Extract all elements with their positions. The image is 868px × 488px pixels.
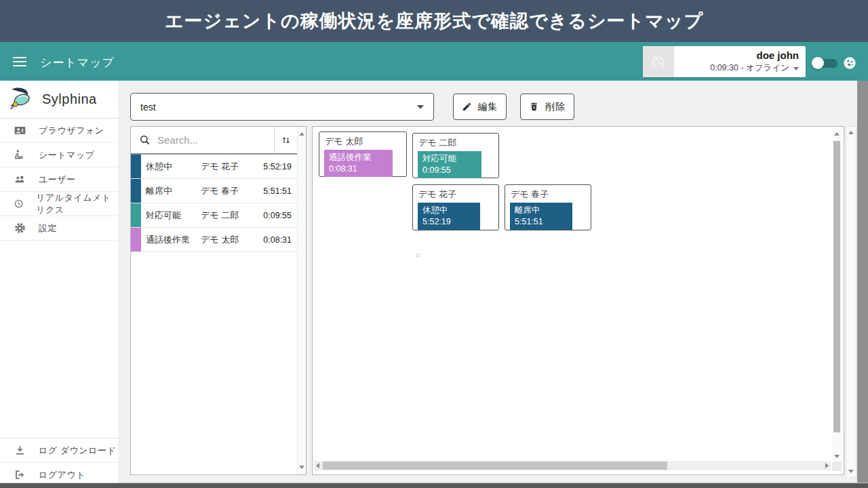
sylphina-bird-icon — [8, 87, 37, 113]
seat-card[interactable]: デモ 花子 休憩中 5:52:19 — [412, 184, 499, 230]
agent-name: デモ 春子 — [201, 185, 263, 197]
seat-icon — [14, 148, 26, 161]
seat-agent-name: デモ 太郎 — [325, 136, 401, 148]
scroll-down-arrow[interactable] — [834, 455, 840, 458]
seat-status-block: 通話後作業 0:08:31 — [324, 150, 393, 177]
page-scrollbar[interactable] — [846, 126, 856, 478]
seatmap-horizontal-scrollbar[interactable] — [314, 461, 831, 470]
agent-row[interactable]: 休憩中 デモ 花子 5:52:19 — [131, 155, 297, 179]
delete-button[interactable]: 削除 — [520, 94, 574, 120]
chevron-down-icon — [793, 67, 799, 70]
scroll-thumb[interactable] — [833, 141, 840, 432]
clock-icon — [14, 197, 24, 210]
status-color-strip — [131, 203, 141, 227]
bottom-edge-band — [0, 483, 868, 488]
agent-row[interactable]: 通話後作業 デモ 太郎 0:08:31 — [131, 228, 297, 252]
scroll-right-arrow[interactable] — [825, 463, 829, 468]
seat-status-block: 離席中 5:51:51 — [510, 203, 572, 230]
scroll-down-arrow[interactable] — [848, 470, 854, 473]
empty-seat-dot — [416, 253, 420, 258]
seat-card[interactable]: デモ 二郎 対応可能 0:09:55 — [412, 133, 499, 178]
seat-card[interactable]: デモ 春子 離席中 5:51:51 — [505, 184, 591, 230]
users-icon — [14, 173, 26, 186]
scroll-up-arrow[interactable] — [848, 131, 854, 134]
sort-arrows-icon — [281, 135, 292, 146]
seat-status-label: 離席中 — [515, 205, 568, 216]
seat-status-time: 5:52:19 — [422, 216, 475, 228]
scroll-thumb[interactable] — [323, 462, 667, 470]
menu-icon[interactable] — [13, 57, 26, 66]
chevron-down-icon — [417, 105, 424, 109]
search-icon — [139, 134, 151, 146]
download-icon — [14, 444, 26, 457]
trash-icon — [529, 102, 539, 112]
logout-icon — [14, 468, 26, 481]
gear-icon — [14, 222, 26, 235]
seat-agent-name: デモ 春子 — [511, 188, 585, 201]
status-color-strip — [131, 228, 141, 251]
seat-status-time: 0:09:55 — [422, 165, 477, 176]
seat-status-block: 対応可能 0:09:55 — [418, 151, 481, 178]
edit-button[interactable]: 編集 — [453, 94, 507, 120]
sort-button[interactable] — [274, 127, 297, 153]
availability-toggle[interactable] — [812, 56, 839, 70]
pencil-icon — [462, 102, 472, 112]
agent-name: デモ 花子 — [201, 161, 263, 173]
agent-time: 5:51:51 — [263, 186, 297, 196]
contact-phone-icon — [14, 124, 26, 137]
seat-map-panel — [312, 126, 844, 475]
scrollbar-corner — [832, 462, 842, 471]
cookie-icon[interactable] — [843, 56, 856, 70]
scroll-left-arrow[interactable] — [316, 463, 319, 468]
agent-name: デモ 太郎 — [201, 234, 263, 246]
agent-row[interactable]: 離席中 デモ 春子 5:51:51 — [131, 179, 297, 203]
sidebar-item-seat-map[interactable]: シートマップ — [0, 143, 119, 167]
headset-off-icon — [643, 46, 674, 77]
status-color-strip — [131, 155, 141, 178]
sidebar-item-log-download[interactable]: ログ ダウンロード — [0, 439, 119, 463]
agent-row[interactable]: 対応可能 デモ 二郎 0:09:55 — [131, 203, 297, 228]
page-banner: エージェントの稼働状況を座席形式で確認できるシートマップ — [0, 0, 868, 42]
user-name: doe john — [674, 49, 799, 62]
sidebar-item-settings[interactable]: 設定 — [0, 216, 119, 241]
seat-status-label: 休憩中 — [422, 205, 475, 216]
sidebar: Sylphina ブラウザフォン シートマップ ユーザー — [0, 81, 119, 483]
agent-status: 離席中 — [146, 185, 201, 197]
seat-card[interactable]: デモ 太郎 通話後作業 0:08:31 — [319, 131, 407, 177]
brand-logo: Sylphina — [0, 81, 119, 119]
right-edge-band — [857, 81, 868, 488]
user-status-card[interactable]: doe john 0:09:30 - オフライン — [643, 46, 806, 77]
seatmap-vertical-scrollbar[interactable] — [832, 129, 842, 460]
scroll-up-arrow[interactable] — [834, 132, 840, 136]
toggle-knob — [812, 57, 824, 69]
agent-list-panel: 休憩中 デモ 花子 5:52:19 離席中 デモ 春子 5:51:51 対応可能… — [130, 126, 307, 475]
sidebar-item-realtime-metrics[interactable]: リアルタイムメトリクス — [0, 192, 119, 216]
seatmap-select[interactable]: test — [130, 93, 434, 121]
agent-name: デモ 二郎 — [201, 209, 263, 222]
seat-agent-name: デモ 花子 — [418, 188, 493, 201]
seatmap-select-value: test — [140, 102, 417, 113]
seat-status-label: 対応可能 — [422, 153, 477, 165]
brand-name: Sylphina — [42, 92, 97, 107]
agent-status: 休憩中 — [146, 161, 201, 173]
scroll-down-arrow[interactable] — [299, 466, 304, 469]
page-title: シートマップ — [40, 55, 115, 70]
banner-title: エージェントの稼働状況を座席形式で確認できるシートマップ — [165, 9, 703, 33]
seat-status-label: 通話後作業 — [329, 152, 388, 163]
sidebar-item-browser-phone[interactable]: ブラウザフォン — [0, 119, 119, 143]
agent-list-scrollbar[interactable] — [297, 127, 306, 474]
agent-time: 0:09:55 — [263, 211, 297, 220]
agent-status: 対応可能 — [146, 209, 201, 222]
search-input[interactable] — [157, 134, 252, 146]
user-status-dropdown[interactable]: 0:09:30 - オフライン — [674, 62, 799, 74]
seat-status-time: 5:51:51 — [515, 216, 568, 228]
seat-agent-name: デモ 二郎 — [418, 137, 493, 149]
sidebar-item-users[interactable]: ユーザー — [0, 167, 119, 192]
sidebar-footer: ログ ダウンロード ログアウト — [0, 438, 119, 487]
agent-search-row — [131, 127, 297, 155]
status-color-strip — [131, 179, 141, 203]
agent-time: 0:08:31 — [263, 235, 297, 245]
agent-time: 5:52:19 — [263, 162, 297, 171]
agent-status: 通話後作業 — [146, 234, 201, 246]
scroll-up-arrow[interactable] — [299, 132, 304, 136]
